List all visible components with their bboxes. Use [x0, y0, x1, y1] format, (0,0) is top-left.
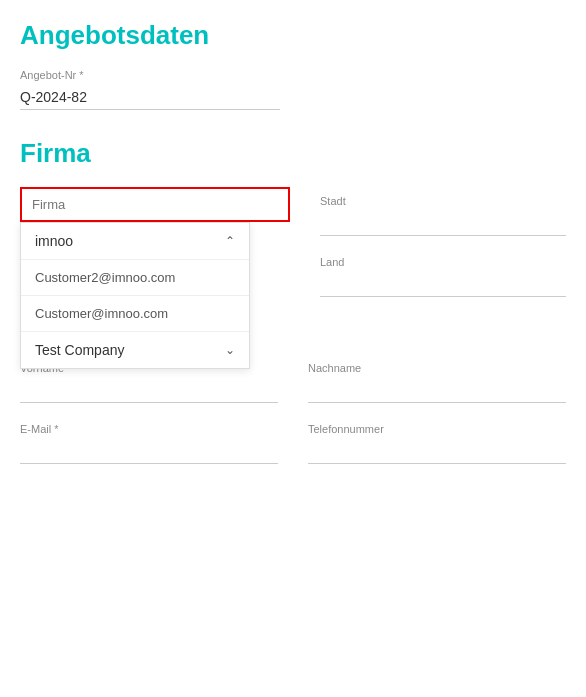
- firma-dropdown-list: imnoo ⌃ Customer2@imnoo.com Customer@imn…: [20, 222, 250, 369]
- firma-right-fields: Stadt Land: [320, 187, 566, 297]
- dropdown-item-1[interactable]: Customer@imnoo.com: [21, 296, 249, 332]
- dropdown-group-imnoo[interactable]: imnoo ⌃: [21, 223, 249, 260]
- firma-input-box[interactable]: [20, 187, 290, 222]
- chevron-up-icon: ⌃: [225, 234, 235, 248]
- dropdown-item-0[interactable]: Customer2@imnoo.com: [21, 260, 249, 296]
- angebot-label: Angebot-Nr *: [20, 69, 280, 81]
- land-input[interactable]: [320, 272, 566, 297]
- email-field: E-Mail *: [20, 423, 278, 464]
- telefon-field: Telefonnummer: [308, 423, 566, 464]
- firma-title: Firma: [20, 138, 566, 169]
- firma-dropdown-wrapper: imnoo ⌃ Customer2@imnoo.com Customer@imn…: [20, 187, 290, 222]
- stadt-input[interactable]: [320, 211, 566, 236]
- angebotsdaten-title: Angebotsdaten: [20, 20, 566, 51]
- firma-section: Firma imnoo ⌃ Customer2@imnoo.com Cust: [20, 138, 566, 297]
- nachname-input[interactable]: [308, 378, 566, 403]
- land-label: Land: [320, 256, 566, 268]
- angebot-input[interactable]: [20, 85, 280, 110]
- telefon-input[interactable]: [308, 439, 566, 464]
- land-field: Land: [320, 256, 566, 297]
- kontakt-row-2: E-Mail * Telefonnummer: [20, 423, 566, 464]
- dropdown-group-testcompany[interactable]: Test Company ⌄: [21, 332, 249, 368]
- stadt-field: Stadt: [320, 195, 566, 236]
- chevron-down-icon: ⌄: [225, 343, 235, 357]
- telefon-label: Telefonnummer: [308, 423, 566, 435]
- group-footer-label: Test Company: [35, 342, 124, 358]
- group-label: imnoo: [35, 233, 73, 249]
- email-label: E-Mail *: [20, 423, 278, 435]
- stadt-label: Stadt: [320, 195, 566, 207]
- firma-row: imnoo ⌃ Customer2@imnoo.com Customer@imn…: [20, 187, 566, 297]
- vorname-input[interactable]: [20, 378, 278, 403]
- firma-input[interactable]: [32, 197, 278, 212]
- nachname-field: Nachname: [308, 362, 566, 403]
- angebot-field: Angebot-Nr *: [20, 69, 280, 110]
- email-input[interactable]: [20, 439, 278, 464]
- nachname-label: Nachname: [308, 362, 566, 374]
- angebotsdaten-section: Angebotsdaten Angebot-Nr *: [20, 20, 566, 110]
